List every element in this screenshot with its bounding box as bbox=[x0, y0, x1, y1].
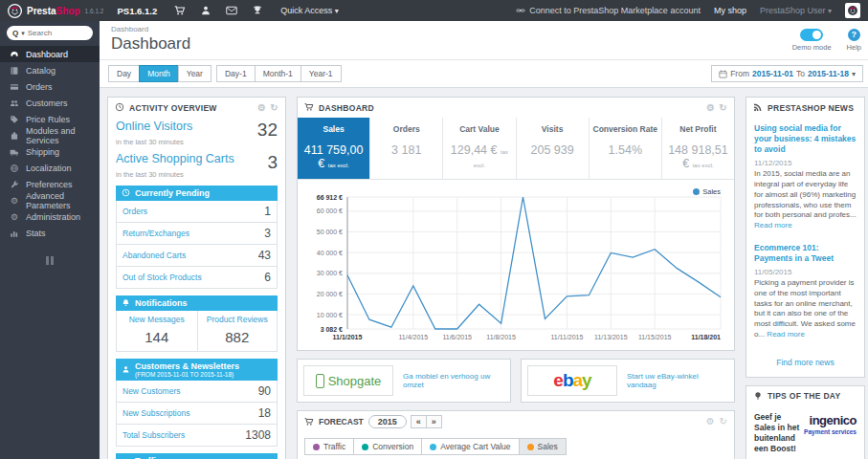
clock-icon bbox=[122, 188, 131, 198]
svg-text:11/1/2015: 11/1/2015 bbox=[333, 334, 363, 340]
help-label: Help bbox=[847, 43, 861, 52]
news-item-date: 11/05/2015 bbox=[754, 268, 857, 276]
globe-icon bbox=[10, 164, 19, 173]
prestashop-logo[interactable]: PrestaShop 1.6.1.2 bbox=[8, 4, 103, 18]
rss-icon bbox=[753, 102, 764, 113]
news-item-date: 11/12/2015 bbox=[754, 159, 857, 167]
demo-mode-toggle[interactable] bbox=[800, 29, 823, 41]
active-carts-value: 3 bbox=[267, 152, 278, 173]
user-menu[interactable]: PrestaShop User ▾ bbox=[760, 6, 832, 15]
forecast-legend-sales[interactable]: Sales bbox=[519, 438, 567, 455]
date-range-picker[interactable]: From 2015-11-01 To 2015-11-18 ▾ bbox=[711, 65, 863, 82]
forecast-panel: FORECAST 2015 « » ⚙ ↻ Traffic Conversion bbox=[297, 410, 735, 459]
sales-line-chart: 66 912 €60 000 €50 000 €40 000 €30 000 €… bbox=[303, 184, 728, 348]
forecast-legend-conversion[interactable]: Conversion bbox=[353, 438, 422, 455]
panel-refresh-icon[interactable]: ↻ bbox=[719, 103, 727, 113]
sidebar-item-modules[interactable]: Modules and Services bbox=[0, 127, 100, 143]
panel-refresh-icon[interactable]: ↻ bbox=[270, 103, 278, 113]
forecast-next-button[interactable]: » bbox=[426, 415, 442, 428]
range-year-button[interactable]: Year bbox=[178, 65, 211, 82]
kpi-tab-visits[interactable]: Visits 205 939 bbox=[517, 118, 590, 179]
kpi-tab-conversion-rate[interactable]: Conversion Rate 1.54% bbox=[590, 118, 662, 179]
my-shop-link[interactable]: My shop bbox=[714, 6, 746, 15]
link-icon bbox=[516, 6, 525, 15]
panel-settings-icon[interactable]: ⚙ bbox=[706, 103, 715, 113]
person-icon bbox=[122, 365, 131, 375]
lightbulb-icon bbox=[753, 391, 764, 402]
prestashop-logo-icon bbox=[8, 4, 22, 18]
cart-icon[interactable] bbox=[174, 5, 186, 16]
cart-icon bbox=[304, 417, 314, 426]
search-scope-chevron-icon[interactable]: ▾ bbox=[21, 30, 25, 37]
sidebar-item-localization[interactable]: Localization bbox=[0, 160, 100, 176]
forecast-prev-button[interactable]: « bbox=[411, 415, 427, 428]
ebay-banner: ebay Start uw eBay-winkel vandaag bbox=[521, 359, 735, 403]
svg-text:11/6/2015: 11/6/2015 bbox=[442, 334, 472, 340]
ebay-link[interactable]: Start uw eBay-winkel vandaag bbox=[627, 372, 728, 389]
sidebar-item-advanced-parameters[interactable]: ⚙ Advanced Parameters bbox=[0, 192, 100, 208]
marketplace-link[interactable]: Connect to PrestaShop Marketplace accoun… bbox=[516, 6, 701, 15]
sidebar-search[interactable]: Q ▾ bbox=[7, 26, 93, 40]
pending-row-out-of-stock: Out of Stock Products6 bbox=[117, 267, 277, 288]
chart-legend[interactable]: Sales bbox=[693, 187, 721, 196]
news-item: Ecommerce 101: Payments in a Tweet 11/05… bbox=[754, 243, 857, 340]
range-year-1-button[interactable]: Year-1 bbox=[300, 65, 342, 82]
wrench-icon bbox=[10, 180, 19, 189]
messages-icon[interactable] bbox=[226, 5, 237, 16]
kpi-tab-net-profit[interactable]: Net Profit 148 918,51 € tax excl. bbox=[662, 118, 734, 179]
read-more-link[interactable]: Read more bbox=[767, 330, 805, 339]
help-icon[interactable]: ? bbox=[848, 29, 860, 41]
customer-icon[interactable] bbox=[200, 5, 211, 16]
shop-name[interactable]: PS1.6.1.2 bbox=[117, 6, 157, 16]
forecast-legend-traffic[interactable]: Traffic bbox=[304, 438, 354, 455]
range-day-1-button[interactable]: Day-1 bbox=[216, 65, 256, 82]
sidebar-collapse-button[interactable] bbox=[43, 256, 56, 265]
sidebar-item-price-rules[interactable]: Price Rules bbox=[0, 111, 100, 127]
range-month-1-button[interactable]: Month-1 bbox=[255, 65, 301, 82]
read-more-link[interactable]: Read more bbox=[754, 221, 792, 230]
svg-text:60 000 €: 60 000 € bbox=[317, 208, 343, 214]
sidebar-item-administration[interactable]: ⚙ Administration bbox=[0, 208, 100, 225]
prestashop-news-panel: PRESTASHOP NEWS Using social media for y… bbox=[746, 97, 865, 378]
kpi-tab-sales[interactable]: Sales 411 759,00 € tax excl. bbox=[298, 118, 370, 179]
sidebar-item-customers[interactable]: Customers bbox=[0, 95, 100, 111]
search-input[interactable] bbox=[28, 29, 76, 37]
phone-icon bbox=[316, 374, 324, 388]
svg-text:3 082 €: 3 082 € bbox=[321, 326, 343, 333]
brand-version: 1.6.1.2 bbox=[85, 8, 104, 14]
sidebar-item-dashboard[interactable]: Dashboard bbox=[0, 46, 100, 62]
kpi-tab-orders[interactable]: Orders 3 181 bbox=[370, 118, 443, 179]
avatar[interactable] bbox=[845, 3, 860, 18]
ingenico-logo[interactable]: ingenico Payment services bbox=[804, 412, 857, 436]
sidebar-item-catalog[interactable]: Catalog bbox=[0, 62, 100, 78]
traffic-header: Traffic(FROM 2015-11-01 TO 2015-11-18) bbox=[116, 453, 278, 459]
news-item-title[interactable]: Using social media for your business: 4 … bbox=[754, 123, 857, 155]
sidebar-item-orders[interactable]: Orders bbox=[0, 78, 100, 95]
range-day-button[interactable]: Day bbox=[108, 65, 140, 82]
ebay-logo[interactable]: ebay bbox=[527, 365, 617, 396]
chevron-down-icon: ▾ bbox=[828, 7, 832, 15]
trophy-icon[interactable] bbox=[252, 5, 263, 16]
panel-refresh-icon[interactable]: ↻ bbox=[720, 417, 727, 426]
quick-access-menu[interactable]: Quick Access ▾ bbox=[280, 6, 339, 15]
news-item-title[interactable]: Ecommerce 101: Payments in a Tweet bbox=[754, 243, 857, 264]
sidebar-item-shipping[interactable]: Shipping bbox=[0, 143, 100, 160]
activity-overview-panel: ACTIVITY OVERVIEW ⚙ ↻ Online Visitors 32… bbox=[107, 97, 286, 459]
kpi-tab-cart-value[interactable]: Cart Value 129,44 € tax excl. bbox=[443, 118, 516, 179]
svg-text:11/15/2015: 11/15/2015 bbox=[638, 334, 672, 340]
forecast-year-input[interactable]: 2015 bbox=[368, 415, 407, 428]
range-month-button[interactable]: Month bbox=[139, 65, 179, 82]
online-visitors-link[interactable]: Online Visitors bbox=[116, 120, 192, 133]
breadcrumb[interactable]: Dashboard bbox=[111, 25, 190, 33]
find-more-news-link[interactable]: Find more news bbox=[754, 352, 857, 371]
shopgate-logo[interactable]: Shopgate bbox=[303, 365, 393, 396]
shopgate-link[interactable]: Ga mobiel en verhoog uw omzet bbox=[403, 372, 504, 389]
forecast-legend-average-cart-value[interactable]: Average Cart Value bbox=[421, 438, 519, 455]
panel-settings-icon[interactable]: ⚙ bbox=[257, 103, 266, 113]
sidebar-item-preferences[interactable]: Preferences bbox=[0, 176, 100, 192]
panel-settings-icon[interactable]: ⚙ bbox=[706, 417, 715, 426]
active-carts-link[interactable]: Active Shopping Carts bbox=[116, 152, 234, 165]
top-bar: PrestaShop 1.6.1.2 PS1.6.1.2 Quick Acces… bbox=[0, 0, 868, 21]
sidebar-item-stats[interactable]: Stats bbox=[0, 225, 100, 241]
calendar-icon bbox=[719, 70, 727, 78]
